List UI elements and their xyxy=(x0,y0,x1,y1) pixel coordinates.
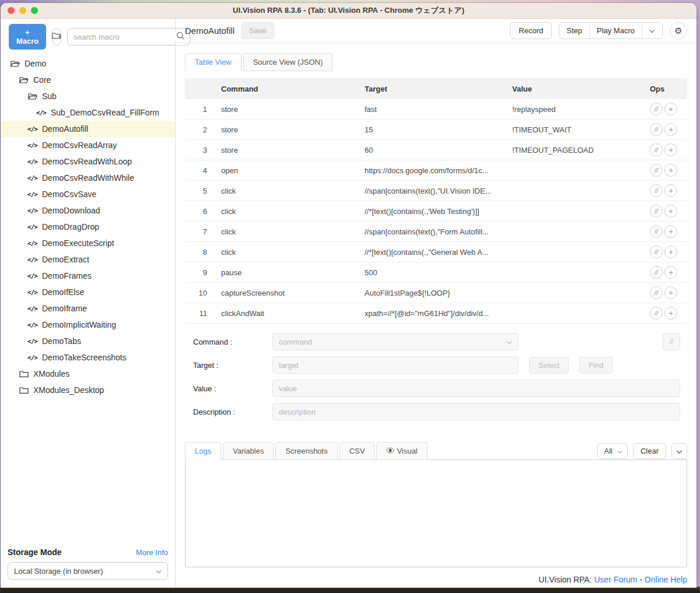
row-target: //span[contains(text(),"UI.Vision IDE... xyxy=(355,187,503,195)
tree-item-DemoCsvReadWithWhile[interactable]: </>DemoCsvReadWithWhile xyxy=(1,170,175,186)
add-row-button[interactable]: + xyxy=(664,184,677,197)
tree-item-XModules_Desktop[interactable]: XModules_Desktop xyxy=(1,382,175,398)
add-row-button[interactable]: + xyxy=(664,205,677,217)
tab-table-view[interactable]: Table View xyxy=(185,53,242,71)
user-forum-link[interactable]: User Forum xyxy=(594,575,637,584)
table-row[interactable]: 10captureScreenshotAutoFill1stPage${!LOO… xyxy=(185,283,687,303)
value-input[interactable]: value xyxy=(272,380,680,397)
record-button[interactable]: Record xyxy=(510,22,552,39)
comment-toggle-button[interactable]: // xyxy=(663,333,680,350)
table-row[interactable]: 1storefast!replayspeed//+ xyxy=(185,99,687,120)
tree-item-DemoDownload[interactable]: </>DemoDownload xyxy=(1,202,175,219)
add-row-button[interactable]: + xyxy=(664,123,677,136)
table-row[interactable]: 6click//*[text()[contains(.,'Web Testing… xyxy=(185,201,687,222)
tree-item-DemoExtract[interactable]: </>DemoExtract xyxy=(1,251,175,268)
log-filter-select[interactable]: All xyxy=(597,443,627,459)
settings-button[interactable]: ⚙ xyxy=(670,22,687,40)
header-command: Command xyxy=(212,85,355,93)
play-macro-button[interactable]: Play Macro xyxy=(589,23,642,38)
tree-item-DemoCsvReadWithLoop[interactable]: </>DemoCsvReadWithLoop xyxy=(1,153,175,170)
comment-row-button[interactable]: // xyxy=(650,164,663,177)
tab-visual[interactable]: Visual xyxy=(376,442,427,460)
tree-item-label: DemoDragDrop xyxy=(42,222,99,231)
table-row[interactable]: 9pause500//+ xyxy=(185,262,687,283)
comment-row-button[interactable]: // xyxy=(650,225,663,238)
tab-screenshots[interactable]: Screenshots xyxy=(275,442,337,460)
new-folder-button[interactable] xyxy=(51,28,62,45)
comment-row-button[interactable]: // xyxy=(650,184,663,197)
tree-item-XModules[interactable]: XModules xyxy=(1,366,175,382)
tree-item-label: DemoTakeScreenshots xyxy=(42,353,127,362)
tree-item-DemoDragDrop[interactable]: </>DemoDragDrop xyxy=(1,219,175,235)
clear-logs-button[interactable]: Clear xyxy=(633,443,666,459)
table-row[interactable]: 11clickAndWaitxpath=//*[@id="mG61Hd"]/di… xyxy=(185,303,687,324)
close-window-button[interactable] xyxy=(8,7,15,14)
add-row-button[interactable]: + xyxy=(664,225,677,238)
minimize-window-button[interactable] xyxy=(19,7,26,14)
new-macro-button[interactable]: + Macro xyxy=(9,24,46,50)
step-button[interactable]: Step xyxy=(559,23,589,38)
description-input[interactable]: description xyxy=(272,403,680,420)
tree-item-DemoAutofill[interactable]: </>DemoAutofill xyxy=(1,121,175,137)
comment-row-button[interactable]: // xyxy=(650,245,663,258)
command-select[interactable]: command xyxy=(272,333,519,350)
tree-item-DemoCsvReadArray[interactable]: </>DemoCsvReadArray xyxy=(1,137,175,153)
add-row-button[interactable]: + xyxy=(664,307,677,320)
tree-item-label: DemoIfElse xyxy=(42,287,84,297)
comment-row-button[interactable]: // xyxy=(650,266,663,279)
tab-source-view[interactable]: Source View (JSON) xyxy=(243,53,333,71)
storage-mode-select[interactable]: Local Storage (in browser) xyxy=(8,562,168,580)
code-icon: </> xyxy=(27,142,37,149)
select-button[interactable]: Select xyxy=(529,357,569,374)
tree-item-label: Core xyxy=(33,75,51,85)
zoom-window-button[interactable] xyxy=(31,7,38,14)
table-row[interactable]: 4openhttps://docs.google.com/forms/d/1c.… xyxy=(185,160,687,181)
tab-variables[interactable]: Variables xyxy=(223,442,274,460)
add-row-button[interactable]: + xyxy=(664,266,677,279)
add-row-button[interactable]: + xyxy=(664,103,677,115)
tree-item-Sub[interactable]: Sub xyxy=(1,88,175,104)
tree-item-Demo[interactable]: Demo xyxy=(1,55,175,72)
tab-logs[interactable]: Logs xyxy=(185,442,221,460)
add-row-button[interactable]: + xyxy=(664,143,677,156)
target-input[interactable]: target xyxy=(272,356,519,374)
comment-row-button[interactable]: // xyxy=(650,103,663,115)
tree-item-Core[interactable]: Core xyxy=(1,72,175,88)
online-help-link[interactable]: Online Help xyxy=(645,575,687,584)
row-number: 9 xyxy=(185,268,212,277)
save-button[interactable]: Save xyxy=(242,22,274,39)
tree-item-Sub_DemoCsvRead_FillForm[interactable]: </>Sub_DemoCsvRead_FillForm xyxy=(1,104,175,121)
tree-item-DemoImplicitWaiting[interactable]: </>DemoImplicitWaiting xyxy=(1,317,175,333)
comment-row-button[interactable]: // xyxy=(650,205,663,217)
description-label: Description : xyxy=(185,408,272,416)
comment-row-button[interactable]: // xyxy=(650,143,663,156)
table-row[interactable]: 2store15!TIMEOUT_WAIT//+ xyxy=(185,120,687,140)
add-row-button[interactable]: + xyxy=(664,286,677,299)
tree-item-label: DemoCsvReadWithWhile xyxy=(42,173,134,183)
table-row[interactable]: 5click//span[contains(text(),"UI.Vision … xyxy=(185,181,687,201)
comment-row-button[interactable]: // xyxy=(650,307,663,320)
tree-item-DemoIframe[interactable]: </>DemoIframe xyxy=(1,300,175,317)
table-row[interactable]: 8click//*[text()[contains(.,"General Web… xyxy=(185,242,687,262)
row-target: 15 xyxy=(355,125,503,134)
play-options-dropdown[interactable] xyxy=(642,23,662,38)
collapse-logs-button[interactable] xyxy=(671,443,687,459)
comment-row-button[interactable]: // xyxy=(650,286,663,299)
add-row-button[interactable]: + xyxy=(664,164,677,177)
more-info-link[interactable]: More Info xyxy=(136,548,168,557)
table-row[interactable]: 3store60!TIMEOUT_PAGELOAD//+ xyxy=(185,140,687,160)
tree-item-DemoIfElse[interactable]: </>DemoIfElse xyxy=(1,284,175,300)
comment-row-button[interactable]: // xyxy=(650,123,663,136)
tree-item-label: Sub_DemoCsvRead_FillForm xyxy=(51,108,159,117)
tab-csv[interactable]: CSV xyxy=(340,442,375,460)
table-row[interactable]: 7click//span[contains(text(),"Form Autof… xyxy=(185,222,687,242)
tree-item-DemoTabs[interactable]: </>DemoTabs xyxy=(1,333,175,349)
tree-item-DemoCsvSave[interactable]: </>DemoCsvSave xyxy=(1,186,175,202)
search-input[interactable] xyxy=(74,33,176,41)
row-command: click xyxy=(212,207,355,216)
tree-item-DemoExecuteScript[interactable]: </>DemoExecuteScript xyxy=(1,235,175,251)
tree-item-DemoTakeScreenshots[interactable]: </>DemoTakeScreenshots xyxy=(1,349,175,366)
find-button[interactable]: Find xyxy=(579,357,612,374)
tree-item-DemoFrames[interactable]: </>DemoFrames xyxy=(1,268,175,284)
add-row-button[interactable]: + xyxy=(664,245,677,258)
